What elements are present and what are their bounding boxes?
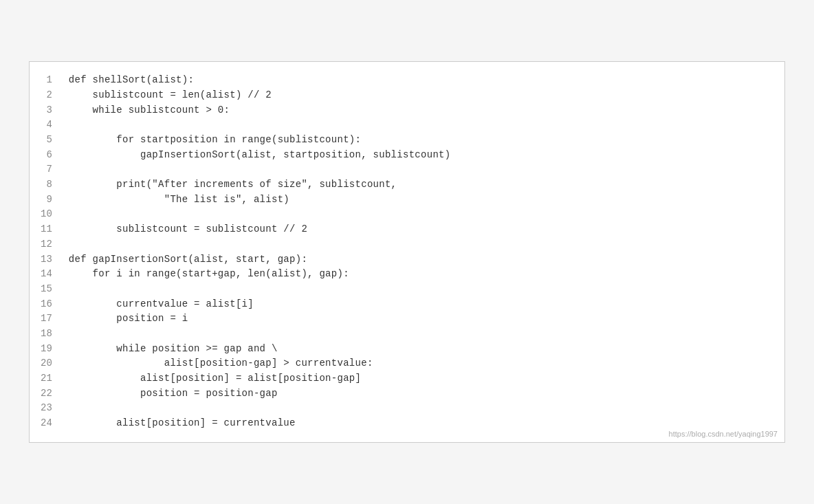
line-number: 22 (30, 386, 63, 402)
line-number: 14 (30, 267, 63, 282)
table-row: 21 alist[position] = alist[position-gap] (30, 371, 784, 386)
line-number: 23 (30, 401, 63, 416)
table-row: 24 alist[position] = currentvalue (30, 416, 784, 431)
table-row: 18 (30, 327, 784, 342)
line-code (63, 162, 784, 177)
table-row: 15 (30, 282, 784, 297)
line-code: while sublistcount > 0: (63, 103, 784, 118)
line-code (63, 237, 784, 252)
line-number: 19 (30, 342, 63, 357)
table-row: 13def gapInsertionSort(alist, start, gap… (30, 252, 784, 267)
table-row: 14 for i in range(start+gap, len(alist),… (30, 267, 784, 282)
line-code: alist[position] = alist[position-gap] (63, 371, 784, 386)
line-code (63, 282, 784, 297)
watermark: https://blog.csdn.net/yaqing1997 (669, 430, 778, 438)
line-code: for i in range(start+gap, len(alist), ga… (63, 267, 784, 282)
table-row: 11 sublistcount = sublistcount // 2 (30, 222, 784, 237)
line-code: print("After increments of size", sublis… (63, 177, 784, 193)
line-number: 1 (30, 73, 63, 88)
table-row: 2 sublistcount = len(alist) // 2 (30, 88, 784, 103)
line-number: 10 (30, 207, 63, 222)
table-row: 23 (30, 401, 784, 416)
line-code (63, 207, 784, 222)
line-code: "The list is", alist) (63, 193, 784, 208)
table-row: 19 while position >= gap and \ (30, 342, 784, 357)
line-code: sublistcount = len(alist) // 2 (63, 88, 784, 103)
line-number: 11 (30, 222, 63, 237)
table-row: 17 position = i (30, 311, 784, 327)
code-block: 1def shellSort(alist):2 sublistcount = l… (29, 61, 785, 443)
line-number: 2 (30, 88, 63, 103)
line-code: gapInsertionSort(alist, startposition, s… (63, 148, 784, 163)
line-code (63, 401, 784, 416)
table-row: 9 "The list is", alist) (30, 193, 784, 208)
line-code: alist[position-gap] > currentvalue: (63, 356, 784, 371)
line-number: 6 (30, 148, 63, 163)
table-row: 1def shellSort(alist): (30, 73, 784, 88)
line-code: def shellSort(alist): (63, 73, 784, 88)
table-row: 20 alist[position-gap] > currentvalue: (30, 356, 784, 371)
line-number: 13 (30, 252, 63, 267)
table-row: 5 for startposition in range(sublistcoun… (30, 133, 784, 148)
line-number: 15 (30, 282, 63, 297)
line-code: position = position-gap (63, 386, 784, 402)
line-number: 16 (30, 297, 63, 312)
line-number: 20 (30, 356, 63, 371)
table-row: 16 currentvalue = alist[i] (30, 297, 784, 312)
line-number: 8 (30, 177, 63, 193)
line-code: def gapInsertionSort(alist, start, gap): (63, 252, 784, 267)
line-number: 4 (30, 118, 63, 133)
line-code (63, 327, 784, 342)
line-number: 5 (30, 133, 63, 148)
line-number: 21 (30, 371, 63, 386)
table-row: 22 position = position-gap (30, 386, 784, 402)
line-code (63, 118, 784, 133)
line-number: 12 (30, 237, 63, 252)
table-row: 3 while sublistcount > 0: (30, 103, 784, 118)
line-code: for startposition in range(sublistcount)… (63, 133, 784, 148)
line-number: 17 (30, 311, 63, 327)
table-row: 12 (30, 237, 784, 252)
line-number: 24 (30, 416, 63, 431)
code-table: 1def shellSort(alist):2 sublistcount = l… (30, 73, 784, 431)
line-code: sublistcount = sublistcount // 2 (63, 222, 784, 237)
table-row: 10 (30, 207, 784, 222)
table-row: 7 (30, 162, 784, 177)
table-row: 6 gapInsertionSort(alist, startposition,… (30, 148, 784, 163)
line-code: position = i (63, 311, 784, 327)
line-code: while position >= gap and \ (63, 342, 784, 357)
line-code: alist[position] = currentvalue (63, 416, 784, 431)
line-number: 3 (30, 103, 63, 118)
table-row: 8 print("After increments of size", subl… (30, 177, 784, 193)
line-number: 18 (30, 327, 63, 342)
line-number: 7 (30, 162, 63, 177)
line-number: 9 (30, 193, 63, 208)
table-row: 4 (30, 118, 784, 133)
line-code: currentvalue = alist[i] (63, 297, 784, 312)
